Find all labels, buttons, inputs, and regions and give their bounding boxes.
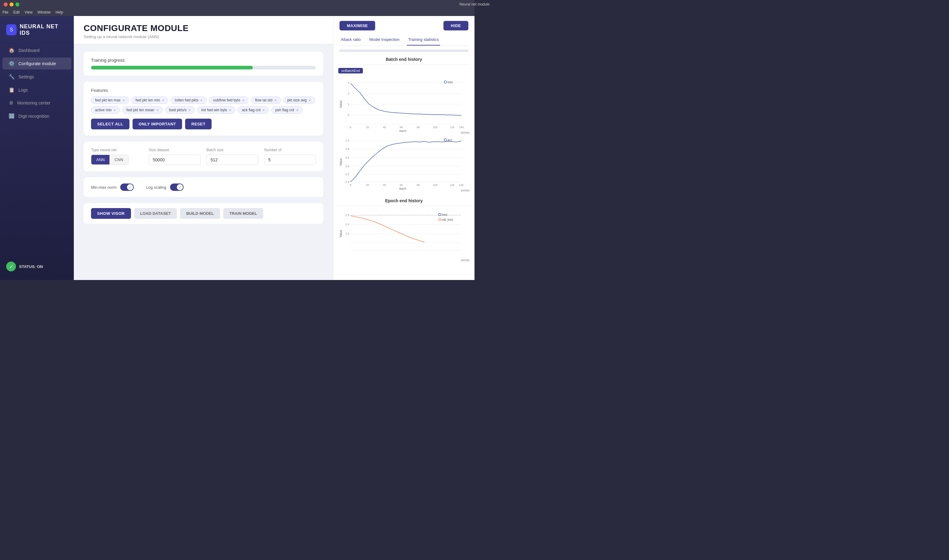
svg-text:0: 0 (350, 126, 351, 129)
tag-bwd-pkts[interactable]: bwd pkts/s✕ (165, 106, 195, 114)
tag-subflow-fwd-byts[interactable]: subflow fwd byts✕ (209, 97, 248, 104)
maximise-button[interactable]: MAXIMISE (339, 21, 375, 31)
close-button[interactable] (4, 3, 8, 6)
load-dataset-button[interactable]: LOAD DATASET (134, 208, 177, 219)
epoch-chart-wrapper: Value 2.5 2.0 1.5 (338, 209, 470, 262)
show-visor-button[interactable]: SHOW VISOR (91, 208, 131, 219)
remove-tag-icon[interactable]: ✕ (296, 109, 299, 112)
svg-text:0.6: 0.6 (345, 156, 349, 159)
remove-tag-icon[interactable]: ✕ (114, 109, 116, 112)
menu-window[interactable]: Window (37, 10, 51, 14)
toggle-row: Min-max norm ✓ Log scaling ✓ (84, 177, 323, 197)
svg-text:2.0: 2.0 (345, 223, 349, 226)
menu-file[interactable]: File (3, 10, 8, 14)
tab-attack-ratio[interactable]: Attack ratio (339, 35, 362, 46)
svg-text:2.5: 2.5 (345, 214, 349, 217)
cnn-button[interactable]: CNN (109, 155, 128, 165)
minimize-button[interactable] (9, 3, 14, 6)
menu-bar: File Edit View Window Help (0, 9, 474, 16)
sidebar-item-dashboard[interactable]: 🏠 Dashboard (3, 44, 71, 56)
tag-flow-iat-std[interactable]: flow iat std✕ (251, 97, 281, 104)
batch-size-config: Batch size (206, 148, 258, 165)
ann-button[interactable]: ANN (91, 155, 109, 165)
tag-fwd-pkt-len-max[interactable]: fwd pkt len max✕ (91, 97, 129, 104)
hide-button[interactable]: HIDE (444, 21, 468, 31)
sidebar-item-label: Dashboard (18, 48, 40, 53)
logo-icon: S (6, 24, 17, 35)
menu-edit[interactable]: Edit (13, 10, 20, 14)
svg-text:3: 3 (348, 81, 349, 84)
svg-text:acc: acc (447, 138, 452, 142)
right-panel-body: Batch end history onBatchEnd Value (333, 53, 474, 280)
batch-size-label: Batch size (206, 148, 258, 152)
only-important-button[interactable]: ONLY IMPORTANT (132, 118, 182, 129)
tab-training-statistics[interactable]: Training statistics (407, 35, 440, 46)
sidebar-item-settings[interactable]: 🔧 Settings (3, 71, 71, 83)
remove-tag-icon[interactable]: ✕ (156, 109, 159, 112)
sidebar-item-monitoring[interactable]: 🖥 Monitoring center (3, 97, 71, 109)
svg-point-54 (439, 213, 441, 216)
remove-tag-icon[interactable]: ✕ (122, 98, 125, 102)
menu-view[interactable]: View (25, 10, 32, 14)
batch-history-title: Batch end history (338, 57, 470, 65)
svg-text:120: 120 (450, 183, 454, 186)
svg-text:40: 40 (383, 126, 386, 129)
window-title: Neural net module (459, 2, 474, 6)
batch-size-input[interactable] (206, 155, 258, 165)
sidebar-item-logs[interactable]: 📋 Logs (3, 84, 71, 96)
loss-chart: Value 3 2 1 0 0 20 (338, 77, 467, 132)
log-scaling-toggle[interactable]: ✓ (170, 183, 183, 191)
remove-tag-icon[interactable]: ✕ (308, 98, 311, 102)
svg-text:140: 140 (459, 183, 464, 186)
dataset-size-input[interactable] (149, 155, 200, 165)
number-of-input[interactable] (264, 155, 316, 165)
progress-bar-fill (91, 66, 253, 69)
svg-text:Value: Value (339, 100, 343, 108)
remove-tag-icon[interactable]: ✕ (188, 109, 191, 112)
tag-pkt-size-avg[interactable]: pkt size avg✕ (283, 97, 315, 104)
tag-fwd-pkt-len-mean[interactable]: fwd pkt len mean✕ (122, 106, 163, 114)
batch-end-tab[interactable]: onBatchEnd (338, 68, 363, 74)
remove-tag-icon[interactable]: ✕ (229, 109, 231, 112)
reset-button[interactable]: RESET (185, 118, 211, 129)
digit-icon: 🔢 (9, 113, 15, 119)
nn-type-buttons[interactable]: ANN CNN (91, 155, 129, 165)
main-scroll: Training progress: Features fwd pkt len … (74, 44, 333, 280)
nn-type-config: Type neural net ANN CNN (91, 148, 143, 165)
horizontal-scrollbar[interactable] (339, 49, 468, 52)
min-max-toggle[interactable]: ✓ (120, 183, 134, 191)
epoch-chart: Value 2.5 2.0 1.5 (338, 209, 467, 258)
tag-ack-flag-cnt[interactable]: ack flag cnt✕ (238, 106, 269, 114)
remove-tag-icon[interactable]: ✕ (242, 98, 245, 102)
maximize-button[interactable] (15, 3, 19, 6)
svg-text:Batch: Batch (399, 129, 406, 132)
menu-help[interactable]: Help (55, 10, 63, 14)
sidebar-item-label: Settings (18, 74, 34, 79)
sidebar-item-configurate[interactable]: ⚙️ Configurate module (3, 57, 71, 69)
tag-active-min[interactable]: active min✕ (91, 106, 120, 114)
svg-text:loss: loss (442, 213, 447, 216)
build-model-button[interactable]: BUILD MODEL (180, 208, 220, 219)
nn-type-label: Type neural net (91, 148, 143, 152)
remove-tag-icon[interactable]: ✕ (200, 98, 203, 102)
remove-tag-icon[interactable]: ✕ (274, 98, 277, 102)
svg-text:100: 100 (433, 126, 437, 129)
sidebar-item-digit[interactable]: 🔢 Digit recognition (3, 110, 71, 122)
tag-totlen-fwd-pkts[interactable]: totlen fwd pkts✕ (171, 97, 206, 104)
svg-text:20: 20 (366, 183, 369, 186)
svg-text:0.0: 0.0 (345, 180, 349, 183)
svg-text:2: 2 (348, 92, 349, 95)
number-of-label: Number of (264, 148, 316, 152)
tag-init-fwd-win-byts[interactable]: init fwd win byts✕ (197, 106, 235, 114)
acc-chart: Value 1.0 0.8 0.6 0.4 0.2 (338, 134, 467, 190)
tag-fwd-pkt-len-min[interactable]: fwd pkt len min✕ (131, 97, 168, 104)
tag-psh-flag-cnt[interactable]: psh flag cnt✕ (271, 106, 302, 114)
epoch-history-section: Epoch end history Value 2.5 2.0 1.5 (338, 198, 470, 262)
top-buttons: MAXIMISE HIDE (339, 21, 468, 31)
tab-model-inspection[interactable]: Model Inspection (368, 35, 401, 46)
select-all-button[interactable]: SELECT ALL (91, 118, 129, 129)
window-controls[interactable] (4, 3, 19, 6)
remove-tag-icon[interactable]: ✕ (162, 98, 164, 102)
remove-tag-icon[interactable]: ✕ (262, 109, 265, 112)
train-model-button[interactable]: TRAIN MODEL (223, 208, 263, 219)
